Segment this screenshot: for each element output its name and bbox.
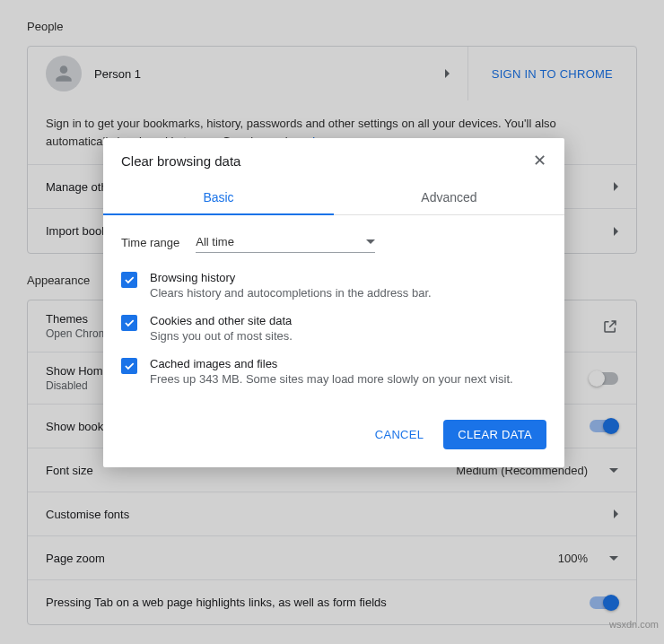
clear-data-button[interactable]: CLEAR DATA — [443, 420, 546, 449]
chevron-down-icon — [366, 239, 375, 244]
option-title: Cached images and files — [150, 357, 513, 370]
option-cookies[interactable]: Cookies and other site data Signs you ou… — [121, 314, 546, 343]
close-icon[interactable]: ✕ — [533, 152, 546, 169]
dialog-tabs: Basic Advanced — [103, 179, 564, 215]
time-range-value: All time — [196, 235, 234, 248]
checkbox-checked-icon[interactable] — [121, 358, 137, 374]
tab-advanced[interactable]: Advanced — [334, 179, 564, 214]
checkbox-checked-icon[interactable] — [121, 315, 137, 331]
checkbox-checked-icon[interactable] — [121, 272, 137, 288]
tab-basic[interactable]: Basic — [103, 179, 334, 215]
clear-browsing-data-dialog: Clear browsing data ✕ Basic Advanced Tim… — [103, 138, 564, 467]
option-desc: Clears history and autocompletions in th… — [150, 286, 432, 300]
option-desc: Frees up 343 MB. Some sites may load mor… — [150, 372, 513, 386]
option-title: Cookies and other site data — [150, 314, 293, 327]
watermark: wsxdn.com — [609, 619, 659, 630]
cancel-button[interactable]: CANCEL — [364, 420, 435, 449]
option-title: Browsing history — [150, 271, 432, 284]
time-range-select[interactable]: All time — [196, 231, 375, 253]
option-cached[interactable]: Cached images and files Frees up 343 MB.… — [121, 357, 546, 386]
option-desc: Signs you out of most sites. — [150, 329, 293, 343]
dialog-title: Clear browsing data — [121, 153, 240, 169]
option-browsing-history[interactable]: Browsing history Clears history and auto… — [121, 271, 546, 300]
time-range-label: Time range — [121, 236, 179, 249]
